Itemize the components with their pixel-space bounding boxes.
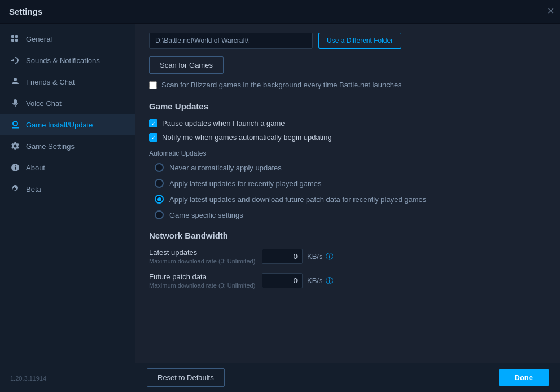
main-panel: Use a Different Folder Scan for Games Sc… [135, 24, 560, 392]
sidebar-item-gamesettings[interactable]: Game Settings [0, 135, 135, 157]
game-updates-title: Game Updates [149, 102, 546, 111]
svg-rect-2 [11, 39, 14, 42]
pause-updates-row: Pause updates when I launch a game [149, 119, 546, 127]
pause-updates-checkbox[interactable] [149, 119, 158, 127]
radio-never[interactable]: Never automatically apply updates [149, 163, 546, 172]
radio-latest-played-label: Apply latest updates for recently played… [169, 179, 322, 188]
future-patch-info-icon[interactable]: ⓘ [326, 276, 333, 286]
radio-never-label: Never automatically apply updates [169, 164, 282, 172]
future-patch-label: Future patch data [149, 272, 262, 281]
latest-updates-input[interactable] [262, 249, 303, 264]
sidebar-item-friends[interactable]: Friends & Chat [0, 71, 135, 93]
sidebar-item-about[interactable]: About [0, 157, 135, 178]
sidebar-item-gameinstall[interactable]: Game Install/Update [0, 114, 135, 135]
sidebar-item-beta[interactable]: Beta [0, 178, 135, 200]
scan-background-label: Scan for Blizzard games in the backgroun… [161, 81, 402, 89]
svg-rect-1 [15, 35, 18, 38]
pause-updates-label: Pause updates when I launch a game [162, 119, 285, 127]
sidebar-item-label: Game Install/Update [26, 121, 93, 129]
radio-latest-future[interactable]: Apply latest updates and download future… [149, 195, 546, 204]
voice-icon [10, 98, 20, 108]
radio-game-specific-label: Game specific settings [169, 211, 243, 219]
folder-path-input[interactable] [149, 33, 313, 49]
radio-latest-future-circle [155, 195, 164, 204]
future-patch-sublabel: Maximum download rate (0: Unlimited) [149, 282, 262, 289]
radio-latest-played[interactable]: Apply latest updates for recently played… [149, 179, 546, 188]
sidebar-item-label: Game Settings [26, 142, 75, 151]
latest-updates-label: Latest updates [149, 248, 262, 257]
radio-latest-played-circle [155, 179, 164, 188]
network-bandwidth-title: Network Bandwidth [149, 231, 546, 240]
folder-row: Use a Different Folder [149, 33, 546, 49]
sidebar-item-label: About [26, 164, 45, 172]
sidebar-item-label: Sounds & Notifications [26, 56, 100, 65]
svg-rect-0 [11, 35, 14, 38]
network-bandwidth-section: Network Bandwidth Latest updates Maximum… [149, 231, 546, 289]
gamesettings-icon [10, 141, 20, 151]
scan-background-row: Scan for Blizzard games in the backgroun… [149, 81, 546, 89]
radio-game-specific-circle [155, 210, 164, 219]
main-layout: General Sounds & Notifications Friends &… [0, 24, 560, 392]
sidebar-item-label: Friends & Chat [26, 78, 75, 86]
auto-updates-subtitle: Automatic Updates [149, 149, 546, 157]
version-label: 1.20.3.11914 [0, 369, 135, 387]
content-area: Use a Different Folder Scan for Games Sc… [135, 24, 560, 363]
latest-updates-unit: KB/s [307, 252, 322, 261]
use-different-folder-button[interactable]: Use a Different Folder [318, 33, 401, 49]
beta-icon [10, 184, 20, 194]
svg-rect-3 [15, 39, 18, 42]
done-button[interactable]: Done [499, 369, 549, 386]
game-updates-section: Game Updates Pause updates when I launch… [149, 102, 546, 219]
close-button[interactable]: ✕ [547, 6, 554, 16]
future-patch-unit: KB/s [307, 276, 322, 285]
friends-icon [10, 77, 20, 87]
scan-background-checkbox[interactable] [149, 81, 157, 89]
sidebar-item-sounds[interactable]: Sounds & Notifications [0, 50, 135, 71]
title-bar: Settings ✕ [0, 0, 560, 24]
future-patch-bandwidth-row: Future patch data Maximum download rate … [149, 272, 546, 289]
notify-updates-label: Notify me when games automatically begin… [162, 133, 332, 142]
about-icon [10, 162, 20, 173]
sidebar-item-label: Voice Chat [26, 99, 62, 108]
scan-for-games-button[interactable]: Scan for Games [149, 56, 224, 74]
latest-updates-bandwidth-row: Latest updates Maximum download rate (0:… [149, 248, 546, 265]
sidebar-item-label: General [26, 35, 52, 43]
sidebar-item-general[interactable]: General [0, 28, 135, 50]
notify-updates-checkbox[interactable] [149, 133, 158, 142]
latest-updates-sublabel: Maximum download rate (0: Unlimited) [149, 258, 262, 265]
radio-latest-future-label: Apply latest updates and download future… [169, 195, 426, 204]
latest-updates-info-icon[interactable]: ⓘ [326, 252, 333, 262]
bottom-bar: Reset to Defaults Done [135, 363, 560, 392]
sidebar-item-label: Beta [26, 185, 41, 193]
radio-game-specific[interactable]: Game specific settings [149, 210, 546, 219]
reset-to-defaults-button[interactable]: Reset to Defaults [147, 368, 225, 387]
gameinstall-icon [10, 120, 20, 130]
sidebar-item-voicechat[interactable]: Voice Chat [0, 93, 135, 114]
notify-updates-row: Notify me when games automatically begin… [149, 133, 546, 142]
sidebar: General Sounds & Notifications Friends &… [0, 24, 135, 392]
sounds-icon [10, 55, 20, 65]
general-icon [10, 34, 20, 44]
window-title: Settings [9, 7, 42, 16]
radio-never-circle [155, 163, 164, 172]
future-patch-input[interactable] [262, 273, 303, 288]
